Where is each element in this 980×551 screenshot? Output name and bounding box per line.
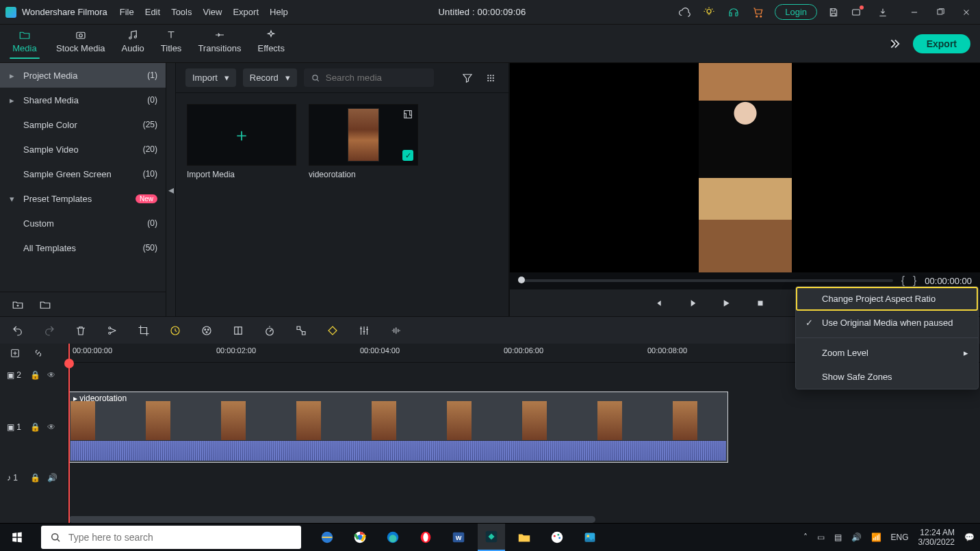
speaker-icon[interactable]: 🔊 bbox=[47, 473, 57, 483]
ctx-zoom-level[interactable]: Zoom Level ▸ bbox=[796, 341, 978, 365]
inbox-icon[interactable] bbox=[850, 4, 866, 21]
taskbar-edge[interactable] bbox=[379, 524, 407, 551]
step-back-icon[interactable] bbox=[649, 295, 666, 311]
menu-view[interactable]: View bbox=[203, 7, 222, 17]
menu-help[interactable]: Help bbox=[270, 7, 288, 17]
lock-icon[interactable]: 🔒 bbox=[30, 370, 40, 380]
tl-add-track-icon[interactable] bbox=[7, 345, 23, 361]
split-icon[interactable] bbox=[104, 322, 120, 339]
track-overlay-label[interactable]: ▣ 2 🔒 👁 bbox=[0, 363, 68, 387]
lock-icon[interactable]: 🔒 bbox=[30, 473, 40, 483]
tray-chevron-up-icon[interactable]: ˄ bbox=[803, 533, 808, 542]
open-folder-icon[interactable] bbox=[37, 296, 53, 313]
preview-video[interactable] bbox=[510, 63, 980, 272]
tab-stock[interactable]: Stock Media bbox=[56, 29, 105, 59]
search-media-input[interactable] bbox=[326, 73, 422, 83]
motion-track-icon[interactable] bbox=[293, 322, 309, 339]
tray-projector-icon[interactable]: ▤ bbox=[834, 533, 842, 542]
import-dropdown[interactable]: Import ▾ bbox=[185, 68, 236, 87]
taskbar-photos[interactable] bbox=[576, 524, 604, 551]
seek-knob[interactable] bbox=[518, 277, 525, 283]
taskbar-paint[interactable] bbox=[543, 524, 571, 551]
filter-icon[interactable] bbox=[459, 70, 476, 86]
tl-link-icon[interactable] bbox=[30, 345, 47, 361]
maximize-button[interactable] bbox=[932, 4, 949, 21]
ctx-use-original-media[interactable]: ✓ Use Original Media when paused bbox=[796, 311, 978, 335]
idea-icon[interactable] bbox=[701, 4, 717, 21]
login-button[interactable]: Login bbox=[775, 4, 817, 20]
playhead-handle-icon[interactable] bbox=[64, 359, 74, 368]
search-media[interactable] bbox=[304, 68, 434, 87]
keyframe-icon[interactable] bbox=[324, 322, 341, 339]
download-icon[interactable] bbox=[875, 4, 891, 21]
taskbar-filmora[interactable] bbox=[478, 524, 505, 551]
tray-battery-icon[interactable]: ▭ bbox=[817, 533, 825, 542]
media-clip-card[interactable]: ✓ videorotation bbox=[309, 104, 418, 179]
cart-icon[interactable] bbox=[750, 4, 766, 21]
stop-icon[interactable] bbox=[752, 295, 769, 311]
track-video-label[interactable]: ▣ 1 🔒 👁 bbox=[0, 387, 68, 467]
color-icon[interactable] bbox=[198, 322, 215, 339]
play-pause-icon[interactable] bbox=[684, 295, 700, 311]
grid-view-icon[interactable] bbox=[482, 70, 499, 86]
sidebar-item-project-media[interactable]: ▸ Project Media (1) bbox=[0, 63, 166, 88]
menu-tools[interactable]: Tools bbox=[171, 7, 192, 17]
start-button[interactable] bbox=[0, 524, 34, 552]
tab-audio[interactable]: Audio bbox=[122, 29, 144, 59]
mark-in-icon[interactable]: { bbox=[901, 274, 905, 287]
export-button[interactable]: Export bbox=[913, 34, 970, 53]
taskbar-word[interactable]: W bbox=[445, 524, 472, 551]
taskbar-chrome[interactable] bbox=[346, 524, 374, 551]
tab-media[interactable]: Media bbox=[10, 29, 40, 59]
eye-icon[interactable]: 👁 bbox=[47, 422, 55, 432]
sidebar-item-custom[interactable]: Custom (0) bbox=[0, 211, 166, 235]
timeline-scrollbar[interactable] bbox=[68, 516, 595, 523]
ctx-change-aspect-ratio[interactable]: Change Project Aspect Ratio bbox=[796, 287, 978, 311]
playhead[interactable] bbox=[68, 344, 70, 523]
speedometer-icon[interactable] bbox=[261, 322, 278, 339]
menu-edit[interactable]: Edit bbox=[145, 7, 160, 17]
tray-wifi-icon[interactable]: 📶 bbox=[871, 533, 881, 542]
sidebar-item-sample-green[interactable]: Sample Green Screen (10) bbox=[0, 162, 166, 186]
adjust-icon[interactable] bbox=[356, 322, 372, 339]
video-lane[interactable]: ▸ videorotation bbox=[68, 387, 980, 467]
headset-icon[interactable] bbox=[725, 4, 742, 21]
record-dropdown[interactable]: Record ▾ bbox=[243, 68, 297, 87]
redo-icon[interactable] bbox=[41, 322, 57, 339]
tray-notifications-icon[interactable]: 💬 bbox=[964, 533, 975, 542]
taskbar-explorer[interactable] bbox=[511, 524, 538, 551]
import-media-card[interactable]: ＋ Import Media bbox=[187, 104, 296, 179]
mark-out-icon[interactable]: } bbox=[913, 274, 916, 287]
sidebar-item-shared-media[interactable]: ▸ Shared Media (0) bbox=[0, 88, 166, 112]
sidebar-item-preset-templates[interactable]: ▾ Preset Templates New bbox=[0, 186, 166, 211]
tray-clock[interactable]: 12:24 AM 3/30/2022 bbox=[918, 528, 955, 547]
eye-icon[interactable]: 👁 bbox=[47, 370, 55, 380]
taskbar-ie[interactable] bbox=[313, 524, 341, 551]
save-icon[interactable] bbox=[825, 4, 842, 21]
tab-titles[interactable]: Titles bbox=[161, 29, 182, 59]
taskbar-opera[interactable] bbox=[412, 524, 439, 551]
ctx-show-safe-zones[interactable]: Show Safe Zones bbox=[796, 365, 978, 389]
tab-transitions[interactable]: Transitions bbox=[198, 29, 241, 59]
tab-effects[interactable]: Effects bbox=[257, 29, 285, 59]
new-folder-icon[interactable] bbox=[10, 296, 26, 313]
delete-icon[interactable] bbox=[73, 322, 89, 339]
audio-lane[interactable] bbox=[68, 467, 980, 489]
audio-stretch-icon[interactable] bbox=[387, 322, 404, 339]
minimize-button[interactable] bbox=[906, 4, 923, 21]
sidebar-item-all-templates[interactable]: All Templates (50) bbox=[0, 235, 166, 260]
crop-icon[interactable] bbox=[136, 322, 152, 339]
menu-file[interactable]: File bbox=[120, 7, 134, 17]
collapse-handle-icon[interactable]: ◂ bbox=[166, 63, 176, 316]
close-button[interactable] bbox=[958, 4, 975, 21]
play-icon[interactable] bbox=[718, 295, 734, 311]
sidebar-item-sample-video[interactable]: Sample Video (20) bbox=[0, 137, 166, 162]
track-audio-label[interactable]: ♪ 1 🔒 🔊 bbox=[0, 467, 68, 489]
speed-icon[interactable] bbox=[167, 322, 183, 339]
taskbar-search-input[interactable] bbox=[68, 532, 274, 543]
more-tabs-icon[interactable] bbox=[886, 36, 902, 52]
menu-export[interactable]: Export bbox=[233, 7, 259, 17]
tray-lang[interactable]: ENG bbox=[891, 533, 909, 542]
taskbar-search[interactable] bbox=[41, 526, 301, 549]
green-screen-icon[interactable] bbox=[230, 322, 246, 339]
